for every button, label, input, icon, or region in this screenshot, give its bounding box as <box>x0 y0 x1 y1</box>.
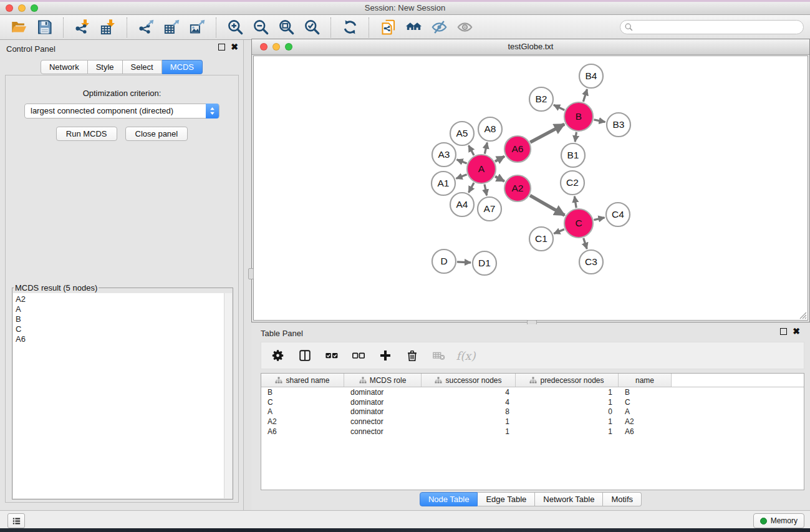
export-image-button[interactable] <box>185 16 210 39</box>
close-panel-button[interactable]: Close panel <box>125 127 188 141</box>
cell-predecessor-nodes[interactable]: 1 <box>516 398 619 407</box>
result-item[interactable]: C <box>16 324 224 334</box>
node-A4[interactable]: A4 <box>450 193 474 216</box>
show-all-button[interactable] <box>452 16 478 39</box>
cell-shared-name[interactable]: A <box>261 407 344 416</box>
cell-predecessor-nodes[interactable]: 0 <box>516 407 619 416</box>
tab-motifs[interactable]: Motifs <box>603 492 642 506</box>
node-B[interactable]: B <box>564 102 593 131</box>
cell-name[interactable]: B <box>619 388 672 397</box>
edge-B-B4[interactable] <box>583 89 587 102</box>
cell-MCDS-role[interactable]: dominator <box>344 388 422 397</box>
cell-successor-nodes[interactable]: 4 <box>422 398 516 407</box>
tab-style[interactable]: Style <box>88 60 123 74</box>
cell-shared-name[interactable]: B <box>261 388 344 397</box>
node-B1[interactable]: B1 <box>561 143 585 167</box>
open-session-button[interactable] <box>6 16 32 39</box>
edge-A-A3[interactable] <box>457 160 467 163</box>
tab-node-table[interactable]: Node Table <box>420 492 478 506</box>
node-A7[interactable]: A7 <box>478 197 501 221</box>
tab-network[interactable]: Network <box>41 60 88 74</box>
edge-A2-C[interactable] <box>530 195 564 215</box>
node-A2[interactable]: A2 <box>504 175 531 201</box>
cell-shared-name[interactable]: A2 <box>261 417 344 426</box>
node-A6[interactable]: A6 <box>504 136 531 162</box>
export-network-button[interactable] <box>133 16 159 39</box>
export-table-button[interactable] <box>159 16 185 39</box>
node-A1[interactable]: A1 <box>432 172 455 195</box>
cell-successor-nodes[interactable]: 8 <box>422 407 516 416</box>
zoom-in-button[interactable] <box>223 16 248 39</box>
edge-D-D1[interactable] <box>457 262 471 263</box>
node-A8[interactable]: A8 <box>478 117 502 141</box>
edge-A-A5[interactable] <box>469 145 475 155</box>
edge-A-A8[interactable] <box>485 142 487 153</box>
float-table-panel-icon[interactable] <box>780 328 787 335</box>
zoom-out-button[interactable] <box>248 16 274 39</box>
edge-A-A7[interactable] <box>485 184 487 195</box>
table-row[interactable]: A6connector11A6 <box>261 427 804 437</box>
column-layout-button[interactable] <box>297 347 313 364</box>
edge-C-C1[interactable] <box>554 230 564 234</box>
close-panel-icon[interactable]: ✖ <box>231 44 238 51</box>
cell-successor-nodes[interactable]: 1 <box>422 427 516 436</box>
node-A5[interactable]: A5 <box>450 122 474 145</box>
cell-MCDS-role[interactable]: connector <box>344 417 422 426</box>
edge-A-A1[interactable] <box>456 175 467 178</box>
deselect-all-columns-button[interactable] <box>350 347 367 364</box>
result-scrollbar[interactable] <box>224 293 232 498</box>
close-table-panel-icon[interactable]: ✖ <box>793 328 800 335</box>
add-column-button[interactable] <box>377 347 393 364</box>
optimization-criterion-select[interactable]: largest connected component (directed) <box>24 104 219 118</box>
cell-MCDS-role[interactable]: dominator <box>344 407 422 416</box>
cell-MCDS-role[interactable]: dominator <box>344 398 422 407</box>
import-network-button[interactable] <box>70 16 95 39</box>
node-D[interactable]: D <box>432 249 456 273</box>
cell-predecessor-nodes[interactable]: 1 <box>516 417 619 426</box>
node-B3[interactable]: B3 <box>607 113 630 137</box>
search-input[interactable] <box>620 20 804 34</box>
cell-shared-name[interactable]: A6 <box>261 427 344 436</box>
node-C3[interactable]: C3 <box>579 250 603 274</box>
column-header-name[interactable]: name <box>619 374 672 387</box>
delete-column-button[interactable] <box>404 347 420 364</box>
node-A3[interactable]: A3 <box>432 143 456 167</box>
save-session-button[interactable] <box>32 16 57 39</box>
node-A[interactable]: A <box>467 155 496 183</box>
cell-name[interactable]: A6 <box>619 427 672 436</box>
resize-grip-icon[interactable] <box>798 310 807 319</box>
cell-name[interactable]: C <box>619 398 672 407</box>
table-row[interactable]: Cdominator41C <box>261 397 804 407</box>
edge-B-B3[interactable] <box>594 120 605 122</box>
network-canvas[interactable]: B4B2BB3B1A5A8A6A3AA1A2C2A4A7C4CC1C3DD1 <box>253 56 808 321</box>
zoom-fit-button[interactable] <box>274 16 299 39</box>
memory-button[interactable]: Memory <box>753 513 804 528</box>
node-B4[interactable]: B4 <box>579 64 603 88</box>
edge-B-B1[interactable] <box>575 132 576 142</box>
edge-C-C2[interactable] <box>574 196 576 208</box>
node-C2[interactable]: C2 <box>561 171 584 195</box>
vertical-splitter-handle[interactable] <box>248 268 254 279</box>
result-item[interactable]: A <box>16 304 224 314</box>
clone-network-button[interactable] <box>375 16 401 39</box>
float-panel-icon[interactable] <box>218 44 225 51</box>
edge-A-A4[interactable] <box>469 183 475 193</box>
cell-predecessor-nodes[interactable]: 1 <box>516 427 619 436</box>
node-D1[interactable]: D1 <box>473 251 496 275</box>
tab-network-table[interactable]: Network Table <box>535 492 603 506</box>
node-C4[interactable]: C4 <box>606 203 630 226</box>
node-C[interactable]: C <box>564 209 593 238</box>
import-table-button[interactable] <box>95 16 121 39</box>
edge-A6-B[interactable] <box>530 124 564 142</box>
table-settings-button[interactable] <box>270 347 286 364</box>
edge-B-B2[interactable] <box>554 105 564 110</box>
edge-C-C4[interactable] <box>594 218 604 220</box>
column-header-successor-nodes[interactable]: successor nodes <box>422 374 516 387</box>
edge-A-A6[interactable] <box>495 157 504 162</box>
cell-MCDS-role[interactable]: connector <box>344 427 422 436</box>
run-mcds-button[interactable]: Run MCDS <box>56 127 117 141</box>
node-B2[interactable]: B2 <box>529 87 553 111</box>
select-all-columns-button[interactable] <box>324 347 340 364</box>
tab-select[interactable]: Select <box>123 60 162 74</box>
column-header-predecessor-nodes[interactable]: predecessor nodes <box>516 374 619 387</box>
